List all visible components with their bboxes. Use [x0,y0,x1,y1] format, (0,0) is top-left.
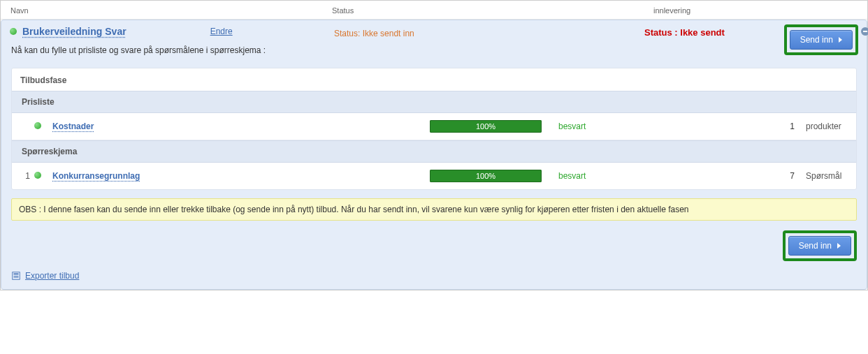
export-row: Exporter tilbud [1,265,867,289]
status-text: Status: Ikke sendt inn [334,29,414,38]
status-not-sent-badge: Status : Ikke sendt [644,27,725,38]
obs-notice: OBS : I denne fasen kan du sende inn ell… [11,198,857,221]
bottom-send-row: Send inn [1,226,867,265]
row-unit: produkter [797,121,846,131]
svg-rect-3 [14,277,19,278]
list-item: 1 Konkurransegrunnlag 100% besvart 7 Spø… [12,163,856,189]
send-button-label: Send inn [799,241,832,251]
response-header-row: Brukerveiledning Svar Endre Status: Ikke… [1,20,867,38]
kostnader-link[interactable]: Kostnader [52,121,430,131]
progress-value: 100% [476,122,496,131]
response-title-link[interactable]: Brukerveiledning Svar [22,26,126,37]
konkurransegrunnlag-link[interactable]: Konkurransegrunnlag [52,171,430,181]
phase-title: Tilbudsfase [12,75,856,91]
section-heading-sporreskjema: Spørreskjema [12,140,856,163]
collapse-icon[interactable] [861,27,868,36]
row-count: 1 [639,121,797,131]
section-heading-prisliste: Prisliste [12,91,856,113]
row-status: besvart [542,171,639,181]
progress-bar: 100% [430,170,542,182]
send-button-bottom[interactable]: Send inn [788,236,851,256]
header-innlevering: innlevering [653,6,858,15]
send-button-highlight-top: Send inn [784,24,858,55]
row-unit: Spørsmål [797,171,846,181]
row-index: 1 [22,171,30,181]
edit-link[interactable]: Endre [210,27,233,36]
export-icon [11,271,21,281]
svg-rect-1 [14,274,19,275]
chevron-right-icon [837,243,841,249]
svg-rect-2 [14,276,19,276]
row-status: besvart [542,121,639,131]
list-item: Kostnader 100% besvart 1 produkter [12,113,856,140]
progress-value: 100% [476,172,496,180]
row-count: 7 [639,171,797,181]
response-panel: Brukerveiledning Svar Endre Status: Ikke… [1,20,867,290]
status-dot-icon [10,28,17,35]
chevron-right-icon [839,37,842,43]
send-button-highlight-bottom: Send inn [783,230,857,261]
header-status: Status [332,6,653,15]
description-text: Nå kan du fylle ut prisliste og svare på… [1,38,867,68]
column-headers: Navn Status innlevering [1,1,867,20]
page-container: Navn Status innlevering Brukerveiledning… [0,0,868,290]
header-navn: Navn [10,6,332,15]
export-link[interactable]: Exporter tilbud [25,271,79,281]
send-button-label: Send inn [800,35,833,45]
send-button-top[interactable]: Send inn [790,30,853,50]
phase-box: Tilbudsfase Prisliste Kostnader 100% bes… [11,68,857,190]
progress-bar: 100% [430,120,542,133]
status-dot-icon [34,122,41,129]
status-dot-icon [34,172,41,179]
